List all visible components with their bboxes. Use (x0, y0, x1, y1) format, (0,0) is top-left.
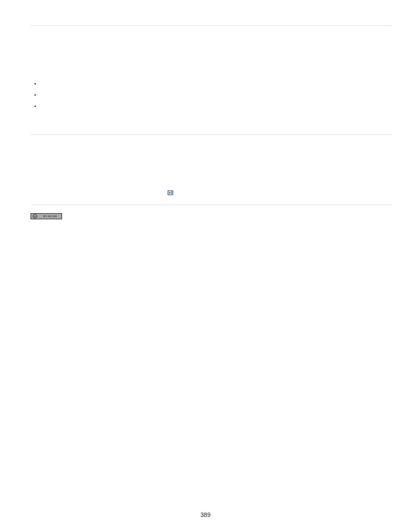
video-clip-icon (168, 190, 173, 195)
cc-license-badge: cc BY-NC-SA (31, 213, 62, 219)
horizontal-rule (31, 134, 392, 135)
svg-rect-3 (171, 191, 173, 195)
horizontal-rule (31, 205, 392, 205)
horizontal-rule (31, 25, 392, 26)
list-bullet (34, 106, 36, 107)
cc-logo-icon: cc (31, 214, 39, 219)
list-bullet (34, 94, 36, 96)
page-number: 389 (0, 511, 411, 518)
cc-license-text: BY-NC-SA (39, 214, 62, 219)
document-page: cc BY-NC-SA 389 (0, 0, 411, 532)
list-bullet (34, 83, 36, 84)
